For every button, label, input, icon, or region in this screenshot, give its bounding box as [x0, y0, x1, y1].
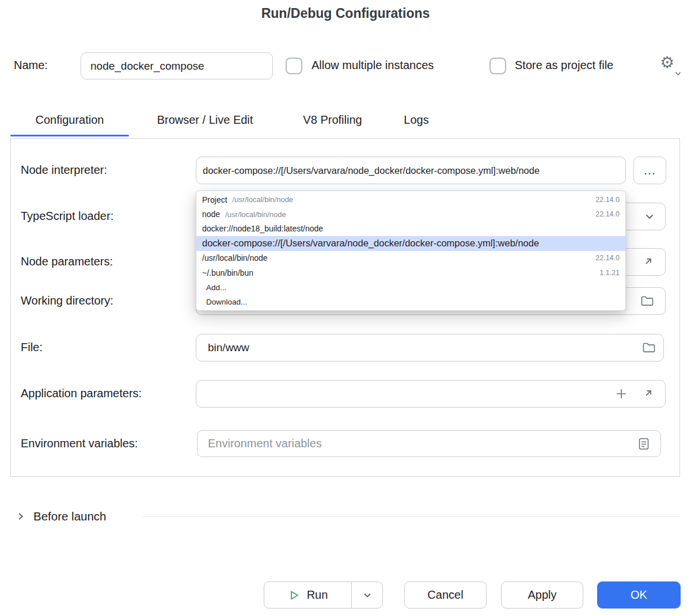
allow-multiple-instances-checkbox[interactable]	[286, 58, 302, 74]
settings-gear-chevron-icon[interactable]	[675, 68, 681, 78]
run-button-label: Run	[307, 588, 328, 602]
interpreter-option-version: 22.14.0	[589, 254, 620, 262]
store-as-project-file-label: Store as project file	[515, 59, 613, 72]
ok-button[interactable]: OK	[597, 581, 681, 609]
tab-browser-live-edit[interactable]: Browser / Live Edit	[129, 104, 281, 136]
dialog-title: Run/Debug Configurations	[0, 6, 691, 21]
store-as-project-file-checkbox[interactable]	[489, 58, 506, 74]
node-interpreter-label: Node interpreter:	[21, 163, 107, 177]
environment-variables-input[interactable]	[197, 430, 661, 457]
interpreter-option-name: docker-compose://[/Users/varvara/node_do…	[202, 238, 539, 249]
run-button[interactable]: Run	[264, 581, 383, 609]
interpreter-add-label: Add...	[202, 283, 226, 292]
before-launch-chevron-right-icon[interactable]	[16, 511, 25, 524]
ok-button-label: OK	[631, 588, 647, 602]
tab-logs-label: Logs	[404, 113, 428, 127]
tab-logs[interactable]: Logs	[384, 104, 449, 136]
interpreter-option[interactable]: /usr/local/bin/node 22.14.0	[196, 251, 625, 265]
apply-button[interactable]: Apply	[501, 581, 583, 609]
typescript-loader-label: TypeScript loader:	[21, 210, 113, 223]
file-folder-icon[interactable]	[642, 341, 656, 354]
interpreter-option[interactable]: docker://node18_build:latest/node	[196, 222, 625, 236]
node-interpreter-browse-button[interactable]: ...	[633, 157, 666, 184]
node-parameters-label: Node parameters:	[21, 255, 113, 268]
tab-browser-live-edit-label: Browser / Live Edit	[157, 113, 253, 127]
node-interpreter-input[interactable]	[196, 157, 626, 184]
interpreter-option-path: /usr/local/bin/node	[233, 195, 294, 204]
application-parameters-expand-icon[interactable]	[641, 387, 654, 400]
interpreter-option-name: Project	[202, 195, 227, 204]
environment-variables-list-icon[interactable]	[637, 437, 650, 451]
interpreter-option-name: docker://node18_build:latest/node	[202, 224, 323, 233]
application-parameters-input[interactable]	[196, 380, 666, 408]
cancel-button-label: Cancel	[427, 588, 463, 602]
interpreter-download-label: Download...	[202, 298, 247, 306]
interpreter-option-selected[interactable]: docker-compose://[/Users/varvara/node_do…	[196, 236, 625, 250]
cancel-button[interactable]: Cancel	[404, 581, 487, 609]
interpreter-option-name: ~/.bun/bin/bun	[202, 268, 253, 277]
node-parameters-expand-icon[interactable]	[641, 256, 654, 268]
run-debug-configurations-dialog: Run/Debug Configurations Name: Allow mul…	[0, 0, 691, 616]
tab-configuration[interactable]: Configuration	[10, 104, 129, 136]
interpreter-option-name: node	[202, 210, 220, 219]
interpreter-option[interactable]: node /usr/local/bin/node 22.14.0	[196, 207, 625, 221]
name-input[interactable]	[81, 52, 273, 79]
environment-variables-label: Environment variables:	[21, 437, 138, 450]
interpreter-option-name: /usr/local/bin/node	[202, 253, 268, 263]
tab-v8-profiling[interactable]: V8 Profiling	[281, 104, 384, 136]
file-label: File:	[21, 341, 43, 354]
typescript-loader-chevron-down-icon[interactable]	[643, 210, 656, 223]
working-directory-folder-icon[interactable]	[640, 295, 654, 307]
application-parameters-label: Application parameters:	[21, 387, 142, 400]
interpreter-option[interactable]: Project /usr/local/bin/node 22.14.0	[196, 192, 625, 207]
interpreter-download-option[interactable]: Download...	[196, 295, 625, 309]
run-options-chevron-icon[interactable]	[352, 582, 382, 608]
settings-gear-icon[interactable]: ⚙	[660, 54, 674, 71]
play-icon	[288, 589, 301, 602]
config-tabs: Configuration Browser / Live Edit V8 Pro…	[10, 104, 449, 136]
interpreter-option-version: 22.14.0	[589, 196, 620, 204]
interpreter-option[interactable]: ~/.bun/bin/bun 1.1.21	[196, 265, 625, 280]
interpreter-option-version: 1.1.21	[593, 269, 620, 277]
application-parameters-add-icon[interactable]	[615, 387, 628, 400]
file-input[interactable]	[196, 334, 664, 362]
working-directory-label: Working directory:	[21, 294, 113, 307]
name-label: Name:	[14, 59, 48, 72]
node-interpreter-popup: Project /usr/local/bin/node 22.14.0 node…	[196, 191, 626, 311]
before-launch-label[interactable]: Before launch	[33, 509, 107, 523]
browse-ellipsis-label: ...	[644, 163, 656, 177]
active-tab-underline	[10, 135, 129, 136]
interpreter-add-option[interactable]: Add...	[196, 280, 625, 294]
interpreter-option-version: 22.14.0	[589, 210, 620, 218]
interpreter-option-path: /usr/local/bin/node	[225, 210, 286, 219]
run-button-main[interactable]: Run	[264, 582, 351, 608]
tab-configuration-label: Configuration	[36, 113, 104, 127]
allow-multiple-instances-label: Allow multiple instances	[312, 59, 434, 72]
tab-v8-profiling-label: V8 Profiling	[303, 113, 362, 127]
apply-button-label: Apply	[527, 588, 556, 602]
before-launch-divider	[142, 516, 681, 517]
